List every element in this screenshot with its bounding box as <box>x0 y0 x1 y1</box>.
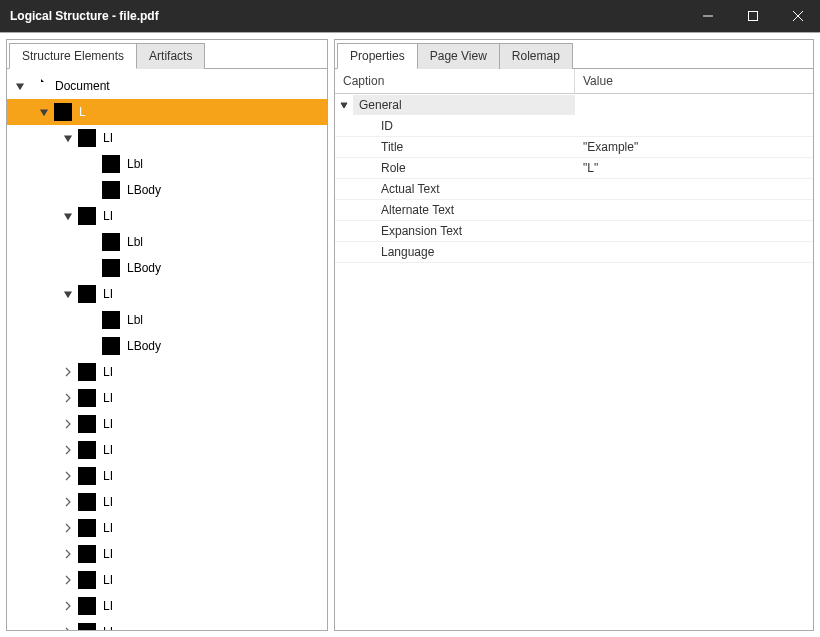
chevron-down-icon[interactable] <box>335 100 353 110</box>
chevron-right-icon[interactable] <box>61 469 75 483</box>
properties-header-caption[interactable]: Caption <box>335 69 575 93</box>
tab-structure-elements[interactable]: Structure Elements <box>9 43 137 69</box>
tree-node-label: LI <box>103 521 327 535</box>
tree-node-label: LI <box>103 365 327 379</box>
properties-header-value[interactable]: Value <box>575 69 813 93</box>
tree-node-label: LI <box>103 469 327 483</box>
tag-icon <box>77 622 97 630</box>
tree-node-label: LBody <box>127 183 327 197</box>
tree-node[interactable]: LI <box>7 619 327 630</box>
tag-icon <box>77 570 97 590</box>
chevron-right-icon[interactable] <box>61 573 75 587</box>
chevron-right-icon[interactable] <box>61 443 75 457</box>
chevron-right-icon[interactable] <box>61 521 75 535</box>
tree-node-label: Lbl <box>127 235 327 249</box>
tree-node[interactable]: LI <box>7 411 327 437</box>
tree-node[interactable]: LI <box>7 359 327 385</box>
maximize-button[interactable] <box>730 0 775 32</box>
chevron-right-icon[interactable] <box>61 365 75 379</box>
tree-node[interactable]: LI <box>7 281 327 307</box>
chevron-down-icon[interactable] <box>37 105 51 119</box>
tree-node[interactable]: LI <box>7 567 327 593</box>
tree-node-label: L <box>79 105 327 119</box>
chevron-down-icon[interactable] <box>61 287 75 301</box>
tab-artifacts[interactable]: Artifacts <box>136 43 205 69</box>
close-button[interactable] <box>775 0 820 32</box>
tab-label: Artifacts <box>149 49 192 63</box>
tree-node[interactable]: LI <box>7 437 327 463</box>
tag-icon <box>77 596 97 616</box>
tab-rolemap[interactable]: Rolemap <box>499 43 573 69</box>
tree-node[interactable]: Lbl <box>7 307 327 333</box>
property-caption: ID <box>335 117 575 135</box>
tree-node-label: LI <box>103 547 327 561</box>
tag-icon <box>77 466 97 486</box>
tag-icon <box>53 102 73 122</box>
tab-page-view[interactable]: Page View <box>417 43 500 69</box>
chevron-right-icon[interactable] <box>61 547 75 561</box>
property-value[interactable] <box>575 250 813 254</box>
tab-properties[interactable]: Properties <box>337 43 418 69</box>
property-row[interactable]: ID <box>335 116 813 137</box>
property-row[interactable]: Alternate Text <box>335 200 813 221</box>
tab-label: Page View <box>430 49 487 63</box>
property-caption: Alternate Text <box>335 201 575 219</box>
property-row[interactable]: Title"Example" <box>335 137 813 158</box>
tree-node[interactable]: LI <box>7 203 327 229</box>
tree-node-label: LI <box>103 625 327 630</box>
chevron-right-icon[interactable] <box>61 625 75 630</box>
tag-icon <box>101 310 121 330</box>
tree-node[interactable]: Lbl <box>7 229 327 255</box>
tab-label: Properties <box>350 49 405 63</box>
tree-node-label: LI <box>103 131 327 145</box>
chevron-down-icon[interactable] <box>61 131 75 145</box>
tag-icon <box>77 440 97 460</box>
tree-node-label: Document <box>55 79 327 93</box>
property-group[interactable]: General <box>335 94 813 116</box>
tree-node[interactable]: LI <box>7 593 327 619</box>
expander-spacer <box>85 157 99 171</box>
tree-node[interactable]: LBody <box>7 255 327 281</box>
property-value[interactable]: "Example" <box>575 138 813 156</box>
tag-icon <box>77 284 97 304</box>
property-value[interactable] <box>575 187 813 191</box>
tree-node[interactable]: Lbl <box>7 151 327 177</box>
tree-node-label: Lbl <box>127 157 327 171</box>
document-icon <box>29 76 49 96</box>
chevron-right-icon[interactable] <box>61 495 75 509</box>
tree-node[interactable]: LI <box>7 125 327 151</box>
property-row[interactable]: Role"L" <box>335 158 813 179</box>
structure-tree[interactable]: DocumentLLILblLBodyLILblLBodyLILblLBodyL… <box>7 69 327 630</box>
property-value[interactable] <box>575 229 813 233</box>
property-group-label: General <box>353 95 575 115</box>
tree-node[interactable]: LI <box>7 541 327 567</box>
tag-icon <box>101 336 121 356</box>
property-value[interactable] <box>575 208 813 212</box>
properties-body: GeneralIDTitle"Example"Role"L"Actual Tex… <box>335 94 813 630</box>
chevron-right-icon[interactable] <box>61 391 75 405</box>
tree-node[interactable]: L <box>7 99 327 125</box>
tree-node-label: Lbl <box>127 313 327 327</box>
chevron-down-icon[interactable] <box>13 79 27 93</box>
tree-node[interactable]: LBody <box>7 177 327 203</box>
tree-node[interactable]: LI <box>7 515 327 541</box>
expander-spacer <box>85 339 99 353</box>
property-value[interactable] <box>575 124 813 128</box>
property-value[interactable]: "L" <box>575 159 813 177</box>
tree-node[interactable]: LI <box>7 489 327 515</box>
property-caption: Language <box>335 243 575 261</box>
structure-panel: Structure ElementsArtifacts DocumentLLIL… <box>6 39 328 631</box>
tree-node[interactable]: LBody <box>7 333 327 359</box>
property-row[interactable]: Actual Text <box>335 179 813 200</box>
minimize-button[interactable] <box>685 0 730 32</box>
tab-label: Rolemap <box>512 49 560 63</box>
chevron-down-icon[interactable] <box>61 209 75 223</box>
tree-node[interactable]: LI <box>7 385 327 411</box>
tree-node[interactable]: Document <box>7 73 327 99</box>
property-caption: Title <box>335 138 575 156</box>
chevron-right-icon[interactable] <box>61 417 75 431</box>
chevron-right-icon[interactable] <box>61 599 75 613</box>
property-row[interactable]: Language <box>335 242 813 263</box>
property-row[interactable]: Expansion Text <box>335 221 813 242</box>
tree-node[interactable]: LI <box>7 463 327 489</box>
